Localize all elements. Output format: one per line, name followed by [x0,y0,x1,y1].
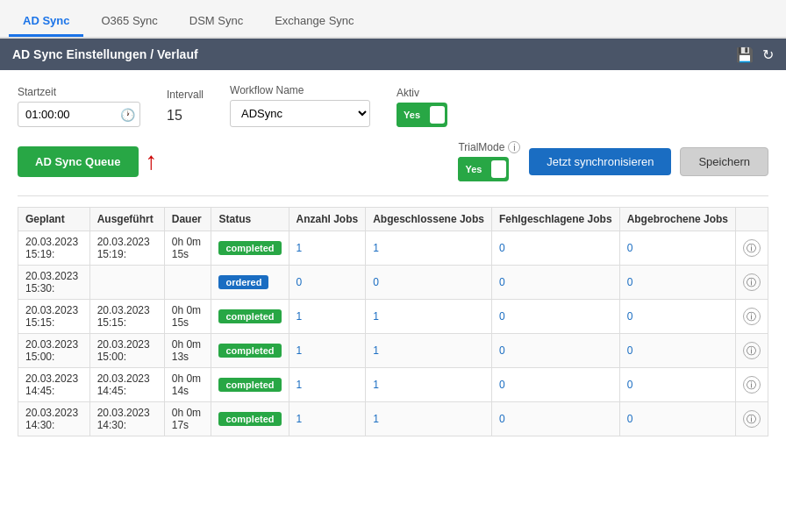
anzahl-link[interactable]: 1 [297,379,303,391]
cell-abgebrochen: 0 [619,368,735,402]
col-geplant: Geplant [18,208,90,231]
startzeit-group: Startzeit 🕐 [18,86,140,127]
trial-yes-label: Yes [458,157,489,181]
abgebrochen-link[interactable]: 0 [627,242,633,254]
anzahl-link[interactable]: 1 [297,413,303,425]
fehlgeschlagen-link[interactable]: 0 [499,242,505,254]
fehlgeschlagen-link[interactable]: 0 [499,413,505,425]
abgebrochen-link[interactable]: 0 [627,413,633,425]
sync-now-button[interactable]: Jetzt synchronisieren [529,148,671,175]
export-icon[interactable]: 💾 [736,46,754,63]
trial-toggle[interactable]: Yes [458,157,509,181]
tab-dsm-sync[interactable]: DSM Sync [175,7,257,37]
abgeschlossen-link[interactable]: 1 [373,413,379,425]
fehlgeschlagen-link[interactable]: 0 [499,310,505,323]
fehlgeschlagen-link[interactable]: 0 [499,379,505,391]
fehlgeschlagen-link[interactable]: 0 [499,344,505,357]
workflow-group: Workflow Name ADSync [230,84,370,127]
cell-status: ordered [211,266,289,300]
trial-label: TrialMode [458,141,504,153]
abgebrochen-link[interactable]: 0 [627,379,633,391]
aktiv-toggle[interactable]: Yes [397,103,447,127]
fehlgeschlagen-link[interactable]: 0 [499,276,505,288]
cell-ausgefuehrt [89,266,164,300]
workflow-label: Workflow Name [230,84,370,96]
main-content: Startzeit 🕐 Intervall 15 Workflow Name A… [0,70,786,532]
trial-label-row: TrialMode i [458,141,520,153]
detail-icon[interactable]: ⓘ [743,273,761,291]
tab-ad-sync[interactable]: AD Sync [9,7,83,37]
cell-ausgefuehrt: 20.03.2023 15:00: [89,334,164,368]
cell-dauer [164,266,211,300]
cell-detail: ⓘ [735,368,768,402]
anzahl-link[interactable]: 1 [297,344,303,357]
cell-ausgefuehrt: 20.03.2023 15:15: [89,300,164,334]
save-button[interactable]: Speichern [680,147,768,176]
page-title: AD Sync Einstellungen / Verlauf [12,47,198,61]
trial-info-icon[interactable]: i [508,141,520,153]
anzahl-link[interactable]: 0 [297,276,303,288]
cell-geplant: 20.03.2023 15:19: [18,231,90,266]
tabs-bar: AD Sync O365 Sync DSM Sync Exchange Sync [0,0,786,39]
cell-abgeschlossen: 1 [366,231,492,266]
col-abgebrochen: Abgebrochene Jobs [619,208,735,231]
col-dauer: Dauer [164,208,211,231]
cell-fehlgeschlagen: 0 [491,266,619,300]
sync-table: Geplant Ausgeführt Dauer Status Anzahl J… [18,207,768,436]
cell-detail: ⓘ [735,402,768,436]
cell-abgebrochen: 0 [619,231,735,266]
workflow-select[interactable]: ADSync [230,100,370,127]
cell-dauer: 0h 0m 13s [164,334,211,368]
aktiv-label: Aktiv [397,87,447,99]
detail-icon[interactable]: ⓘ [743,376,761,394]
anzahl-link[interactable]: 1 [297,310,303,323]
cell-abgeschlossen: 1 [366,368,492,402]
cell-dauer: 0h 0m 15s [164,300,211,334]
startzeit-input-wrap: 🕐 [18,102,140,127]
startzeit-input[interactable] [18,102,140,127]
detail-icon[interactable]: ⓘ [743,239,761,257]
cell-abgeschlossen: 1 [366,334,492,368]
abgebrochen-link[interactable]: 0 [627,310,633,323]
aktiv-group: Aktiv Yes [397,87,447,127]
abgeschlossen-link[interactable]: 0 [373,276,379,288]
header-icons: 💾 ↻ [736,46,774,63]
detail-icon[interactable]: ⓘ [743,308,761,325]
status-badge: ordered [218,275,268,289]
cell-abgeschlossen: 1 [366,402,492,436]
queue-button[interactable]: AD Sync Queue [18,146,139,177]
refresh-icon[interactable]: ↻ [762,46,774,63]
col-ausgefuehrt: Ausgeführt [89,208,164,231]
status-badge: completed [218,344,281,358]
cell-abgebrochen: 0 [619,402,735,436]
cell-dauer: 0h 0m 14s [164,368,211,402]
cell-ausgefuehrt: 20.03.2023 14:30: [89,402,164,436]
abgeschlossen-link[interactable]: 1 [373,242,379,254]
tab-o365-sync[interactable]: O365 Sync [87,7,171,37]
tab-exchange-sync[interactable]: Exchange Sync [261,7,368,37]
cell-fehlgeschlagen: 0 [491,334,619,368]
detail-icon[interactable]: ⓘ [743,342,761,359]
table-row: 20.03.2023 15:30: ordered 0 0 0 0 ⓘ [18,266,768,300]
col-action [735,208,768,231]
cell-abgeschlossen: 1 [366,300,492,334]
anzahl-link[interactable]: 1 [297,242,303,254]
cell-fehlgeschlagen: 0 [491,402,619,436]
cell-status: completed [211,231,289,266]
abgebrochen-link[interactable]: 0 [627,276,633,288]
abgeschlossen-link[interactable]: 1 [373,310,379,323]
abgebrochen-link[interactable]: 0 [627,344,633,357]
table-row: 20.03.2023 15:19: 20.03.2023 15:19: 0h 0… [18,231,768,266]
intervall-group: Intervall 15 [167,89,204,127]
cell-detail: ⓘ [735,266,768,300]
intervall-label: Intervall [167,89,204,101]
cell-status: completed [211,368,289,402]
table-row: 20.03.2023 14:30: 20.03.2023 14:30: 0h 0… [18,402,768,436]
cell-status: completed [211,300,289,334]
cell-dauer: 0h 0m 17s [164,402,211,436]
abgeschlossen-link[interactable]: 1 [373,344,379,357]
abgeschlossen-link[interactable]: 1 [373,379,379,391]
cell-anzahl: 1 [289,334,366,368]
detail-icon[interactable]: ⓘ [743,410,761,428]
action-row: AD Sync Queue ↑ TrialMode i Yes Jetzt sy… [18,141,768,181]
